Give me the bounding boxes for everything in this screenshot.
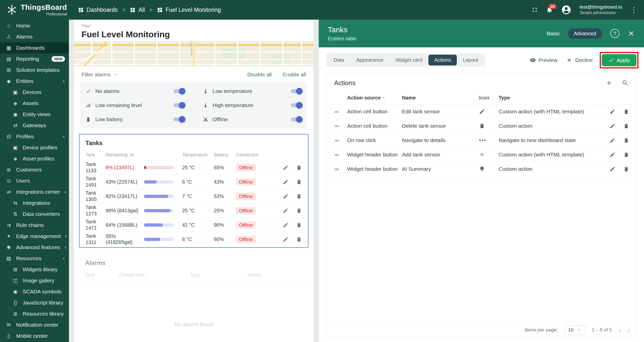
- delete-action-icon[interactable]: [623, 152, 629, 158]
- level-bar: [144, 180, 174, 184]
- sidebar-item-rule-chains[interactable]: ⇉Rule chains: [0, 220, 69, 231]
- sidebar-item-assets[interactable]: ◈Assets: [0, 98, 69, 109]
- no-alarms-toggle[interactable]: [174, 89, 185, 93]
- sidebar-item-advanced-features[interactable]: ✱Advanced features∨: [0, 242, 69, 253]
- search-icon[interactable]: [622, 80, 629, 86]
- delete-icon[interactable]: [296, 222, 302, 228]
- sidebar-item-resources-library[interactable]: ≣Resources library: [0, 308, 69, 319]
- sidebar-item-dashboards[interactable]: ▦Dashboards: [0, 42, 69, 53]
- delete-icon[interactable]: [296, 208, 302, 214]
- drag-handle-icon[interactable]: [334, 166, 340, 172]
- decline-button[interactable]: Decline: [566, 57, 593, 63]
- tab-data[interactable]: Data: [328, 55, 350, 65]
- column-action-source[interactable]: Action source↑: [347, 95, 402, 101]
- delete-action-icon[interactable]: [623, 138, 629, 143]
- column-name[interactable]: Name: [402, 95, 479, 101]
- remaining-value: 55% (418265gal): [106, 233, 144, 245]
- sidebar-item-gateways[interactable]: ⇄Gateways: [0, 120, 69, 131]
- advanced-mode-button[interactable]: Advanced: [568, 28, 602, 39]
- drag-handle-icon[interactable]: [334, 123, 340, 129]
- sidebar-item-integrations[interactable]: ⇆Integrations: [0, 197, 69, 209]
- drag-handle-icon[interactable]: [334, 152, 340, 158]
- map-widget[interactable]: Harbor Freeway: [74, 41, 313, 66]
- delete-action-icon[interactable]: [623, 109, 629, 115]
- preview-button[interactable]: Preview: [530, 57, 557, 63]
- filter-alarms-dropdown[interactable]: Filter alarms: [82, 72, 118, 78]
- basic-mode-button[interactable]: Basic: [547, 30, 560, 37]
- edit-action-icon[interactable]: [610, 152, 615, 158]
- delete-action-icon[interactable]: [623, 166, 629, 172]
- help-button[interactable]: ?: [610, 29, 619, 38]
- sidebar-item-edge-management[interactable]: ✦Edge management∨: [0, 231, 69, 242]
- drag-handle-icon[interactable]: [334, 109, 340, 115]
- sidebar-item-home[interactable]: ⌂Home: [0, 20, 69, 31]
- next-page-button[interactable]: ›: [627, 326, 630, 334]
- user-avatar[interactable]: [561, 5, 572, 15]
- breadcrumb-label: Dashboards: [87, 7, 118, 13]
- edit-icon[interactable]: [283, 208, 289, 214]
- edit-action-icon[interactable]: [610, 123, 615, 129]
- edit-icon[interactable]: [283, 236, 289, 242]
- breadcrumb-dashboards[interactable]: Dashboards: [78, 7, 118, 13]
- low-remaining-level-toggle[interactable]: [174, 103, 185, 107]
- sidebar-item-mobile-center[interactable]: ▯Mobile center: [0, 330, 69, 341]
- delete-icon[interactable]: [296, 179, 302, 185]
- sidebar-item-data-converters[interactable]: ⇅Data converters: [0, 209, 69, 220]
- sidebar-item-devices[interactable]: ▣Devices: [0, 87, 69, 98]
- sidebar-item-solution-templates[interactable]: ⊞Solution templates: [0, 64, 69, 76]
- tab-actions[interactable]: Actions: [428, 55, 457, 65]
- fullscreen-button[interactable]: [531, 6, 538, 13]
- sidebar-item-device-profiles[interactable]: ▣Device profiles: [0, 142, 69, 153]
- tab-layout[interactable]: Layout: [457, 55, 484, 65]
- edit-icon[interactable]: [283, 165, 289, 170]
- notifications-button[interactable]: 29: [546, 6, 553, 13]
- delete-icon[interactable]: [296, 193, 302, 199]
- tanks-table-widget[interactable]: Tanks Tank Remaining, % Temperature Batt…: [79, 134, 308, 248]
- apply-button[interactable]: Apply: [602, 54, 636, 66]
- delete-icon[interactable]: [296, 165, 302, 170]
- kebab-menu-icon[interactable]: ⋮: [630, 6, 637, 14]
- items-per-page-select[interactable]: 10: [564, 325, 585, 335]
- sidebar-item-entities[interactable]: ◆Entities∧: [0, 76, 69, 87]
- sidebar-item-integrations-center[interactable]: ⇌Integrations center∧: [0, 186, 69, 197]
- sidebar-item-asset-profiles[interactable]: ◈Asset profiles: [0, 153, 69, 164]
- tab-widget-card[interactable]: Widget card: [389, 55, 428, 65]
- edit-action-icon[interactable]: [610, 166, 615, 172]
- enable-all-button[interactable]: Enable all: [283, 72, 306, 78]
- alarms-table-widget[interactable]: Alarms Tank Created time↓ Type Details N…: [79, 254, 308, 342]
- sidebar-item-javascript-library[interactable]: {}JavaScript library: [0, 297, 69, 308]
- sidebar-item-alarms[interactable]: ⚠Alarms: [0, 31, 69, 42]
- edit-icon[interactable]: [283, 193, 289, 199]
- sidebar-item-profiles[interactable]: ⊟Profiles∧: [0, 131, 69, 142]
- disable-all-button[interactable]: Disable all: [247, 72, 272, 78]
- sidebar-item-scada-symbols[interactable]: ◉SCADA symbols: [0, 286, 69, 297]
- edit-icon[interactable]: [283, 222, 289, 228]
- sidebar-item-reporting[interactable]: ▤ReportingNEW: [0, 53, 69, 64]
- high-temperature-toggle[interactable]: [291, 103, 302, 107]
- sidebar-item-widgets-library[interactable]: ⊞Widgets library: [0, 264, 69, 275]
- edit-icon[interactable]: [283, 179, 289, 185]
- breadcrumb-all[interactable]: All: [130, 7, 145, 13]
- sidebar-item-resources[interactable]: ▨Resources∧: [0, 253, 69, 264]
- prev-page-button[interactable]: ‹: [618, 326, 621, 334]
- sidebar-item-users[interactable]: ⊙Users: [0, 175, 69, 186]
- low-temperature-toggle[interactable]: [291, 89, 302, 93]
- edit-action-icon[interactable]: [610, 138, 615, 143]
- breadcrumb-current[interactable]: Fuel Level Monitoring: [157, 7, 221, 13]
- integrations-center-icon: ⇌: [6, 189, 12, 195]
- low-battery-toggle[interactable]: [174, 117, 185, 121]
- sidebar-item-image-gallery[interactable]: ◫Image gallery: [0, 275, 69, 286]
- close-panel-button[interactable]: [627, 30, 635, 37]
- delete-icon[interactable]: [296, 236, 302, 242]
- delete-action-icon[interactable]: [623, 123, 629, 129]
- status-badge: Offline: [236, 236, 256, 243]
- offline-toggle[interactable]: [291, 117, 302, 121]
- sidebar-item-notification-center[interactable]: ✉Notification center: [0, 319, 69, 330]
- dashboard-title-input[interactable]: Fuel Level Monitoring: [82, 29, 306, 39]
- add-action-icon[interactable]: [606, 80, 612, 86]
- tab-appearance[interactable]: Appearance: [350, 55, 389, 65]
- sidebar-item-entity-views[interactable]: ◉Entity views: [0, 109, 69, 120]
- sidebar-item-customers[interactable]: ⊚Customers: [0, 164, 69, 175]
- edit-action-icon[interactable]: [610, 109, 615, 115]
- drag-handle-icon[interactable]: [334, 137, 340, 144]
